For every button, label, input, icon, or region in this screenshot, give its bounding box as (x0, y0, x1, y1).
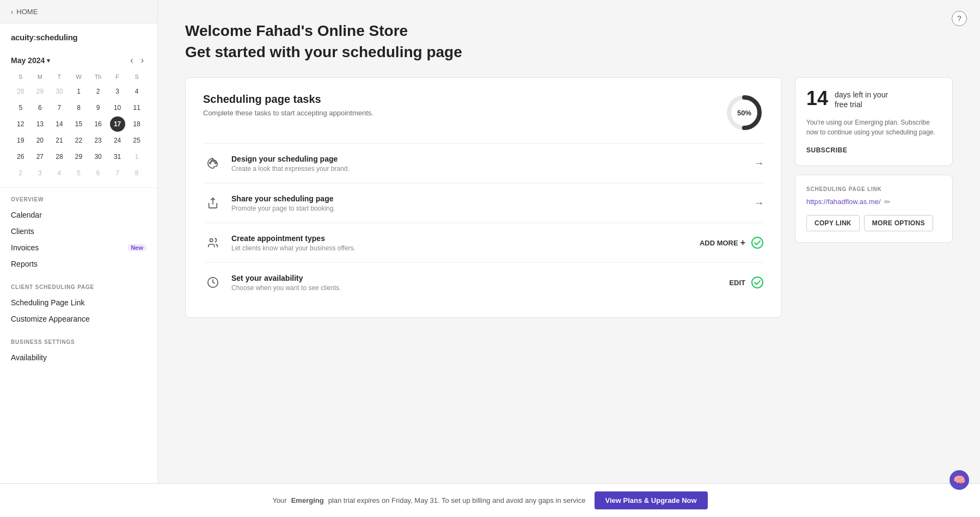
calendar-week: 12 13 14 15 16 17 18 (11, 116, 146, 132)
scheduling-link[interactable]: https://fahadflow.as.me/ ✏ (806, 198, 941, 206)
more-options-button[interactable]: MORE OPTIONS (864, 215, 933, 231)
calendar-day[interactable]: 28 (13, 84, 28, 99)
tasks-header: Scheduling page tasks Complete these tas… (203, 93, 764, 132)
calendar-day[interactable]: 7 (110, 165, 125, 181)
calendar-weeks: 28 29 30 1 2 3 4 5 6 7 8 9 (11, 84, 146, 181)
svg-point-2 (210, 162, 211, 164)
scheduling-link-card: SCHEDULING PAGE LINK https://fahadflow.a… (795, 175, 953, 243)
calendar-day[interactable]: 31 (110, 149, 125, 164)
calendar-day[interactable]: 2 (90, 84, 106, 99)
tasks-description: Complete these tasks to start accepting … (203, 109, 373, 117)
calendar-next-button[interactable]: › (138, 54, 146, 66)
calendar-day[interactable]: 22 (71, 133, 86, 148)
calendar-day-names: S M T W Th F S (11, 72, 146, 82)
svg-point-4 (213, 161, 215, 162)
add-more-button[interactable]: ADD MORE + (700, 238, 745, 248)
calendar-day[interactable]: 10 (110, 100, 125, 115)
calendar-day[interactable]: 8 (71, 100, 86, 115)
calendar-day[interactable]: 16 (90, 116, 106, 132)
reports-nav-label: Reports (11, 260, 38, 268)
calendar-day[interactable]: 1 (71, 84, 86, 99)
client-scheduling-section: CLIENT SCHEDULING PAGE Scheduling Page L… (0, 275, 157, 330)
sidebar-item-availability[interactable]: Availability (11, 349, 146, 366)
task-avail-check (751, 276, 764, 289)
sidebar-item-customize-appearance[interactable]: Customize Appearance (11, 311, 146, 327)
calendar-day[interactable]: 24 (110, 133, 125, 148)
calendar-month-button[interactable]: May 2024 ▾ (11, 56, 50, 65)
calendar-day[interactable]: 6 (32, 100, 47, 115)
link-buttons: COPY LINK MORE OPTIONS (806, 215, 941, 231)
calendar-day[interactable]: 29 (71, 149, 86, 164)
upgrade-button[interactable]: View Plans & Upgrade Now (595, 491, 708, 509)
calendar-day[interactable]: 28 (52, 149, 67, 164)
progress-label: 50% (737, 109, 751, 117)
calendar-day[interactable]: 21 (52, 133, 67, 148)
trial-description: You're using our Emerging plan. Subscrib… (806, 118, 941, 137)
calendar-day[interactable]: 25 (129, 133, 144, 148)
calendar-day[interactable]: 15 (71, 116, 86, 132)
subscribe-button[interactable]: SUBSCRIBE (806, 146, 847, 154)
calendar-day[interactable]: 4 (129, 84, 144, 99)
page-title-line1: Welcome Fahad's Online Store (185, 22, 953, 40)
calendar-day[interactable]: 19 (13, 133, 28, 148)
task-share-arrow[interactable]: → (754, 198, 764, 209)
calendar-day[interactable]: 14 (52, 116, 67, 132)
task-design-action: → (754, 158, 764, 169)
progress-donut: 50% (725, 93, 764, 132)
link-card-title: SCHEDULING PAGE LINK (806, 186, 941, 192)
calendar-day[interactable]: 18 (129, 116, 144, 132)
plus-icon: + (740, 238, 745, 248)
calendar-day[interactable]: 13 (32, 116, 47, 132)
calendar-day[interactable]: 5 (71, 165, 86, 181)
bottom-bar: Your Emerging plan trial expires on Frid… (0, 483, 980, 517)
calendar-day[interactable]: 30 (90, 149, 106, 164)
edit-link-icon[interactable]: ✏ (884, 198, 891, 206)
help-icon[interactable]: ? (952, 11, 967, 26)
brain-icon[interactable]: 🧠 (950, 470, 969, 490)
sidebar-item-calendar[interactable]: Calendar (11, 207, 146, 223)
task-avail-desc: Choose when you want to see clients. (231, 284, 720, 292)
calendar-day[interactable]: 8 (129, 165, 144, 181)
calendar-day[interactable]: 5 (13, 100, 28, 115)
svg-point-10 (752, 277, 763, 288)
calendar-day[interactable]: 9 (90, 100, 106, 115)
calendar-day[interactable]: 29 (32, 84, 47, 99)
people-icon (203, 233, 223, 253)
calendar-day[interactable]: 1 (129, 149, 144, 164)
page-title-line2: Get started with your scheduling page (185, 43, 953, 61)
calendar-day[interactable]: 12 (13, 116, 28, 132)
sidebar-item-invoices[interactable]: Invoices New (11, 239, 146, 256)
sidebar-item-scheduling-page-link[interactable]: Scheduling Page Link (11, 294, 146, 311)
calendar-day[interactable]: 26 (13, 149, 28, 164)
sidebar-item-clients[interactable]: Clients (11, 223, 146, 239)
calendar-day[interactable]: 27 (32, 149, 47, 164)
calendar-prev-button[interactable]: ‹ (127, 54, 136, 66)
edit-button[interactable]: EDIT (729, 279, 745, 287)
calendar-day[interactable]: 11 (129, 100, 144, 115)
content-row: Scheduling page tasks Complete these tas… (185, 77, 953, 318)
calendar-day[interactable]: 2 (13, 165, 28, 181)
share-icon (203, 193, 223, 213)
calendar-day[interactable]: 6 (90, 165, 106, 181)
calendar-day[interactable]: 3 (32, 165, 47, 181)
main-content: Welcome Fahad's Online Store Get started… (158, 0, 980, 483)
sidebar-home-btn[interactable]: ‹ HOME (0, 0, 157, 24)
calendar-day[interactable]: 20 (32, 133, 47, 148)
calendar-nav-label: Calendar (11, 211, 42, 219)
calendar-week: 5 6 7 8 9 10 11 (11, 100, 146, 115)
task-design-arrow[interactable]: → (754, 158, 764, 169)
calendar-day[interactable]: 7 (52, 100, 67, 115)
task-apt-action[interactable]: ADD MORE + (700, 236, 764, 249)
calendar-day[interactable]: 3 (110, 84, 125, 99)
task-design-desc: Create a look that expresses your brand. (231, 165, 745, 173)
sidebar: ‹ HOME acuity:scheduling May 2024 ▾ ‹ › (0, 0, 158, 483)
calendar-day[interactable]: 4 (52, 165, 67, 181)
sidebar-item-reports[interactable]: Reports (11, 256, 146, 272)
calendar-today[interactable]: 17 (110, 116, 125, 132)
calendar-day[interactable]: 30 (52, 84, 67, 99)
copy-link-button[interactable]: COPY LINK (806, 215, 860, 231)
add-more-label: ADD MORE (700, 239, 738, 247)
task-availability: Set your availability Choose when you wa… (203, 262, 764, 302)
calendar-day[interactable]: 23 (90, 133, 106, 148)
task-avail-action[interactable]: EDIT (729, 276, 764, 289)
